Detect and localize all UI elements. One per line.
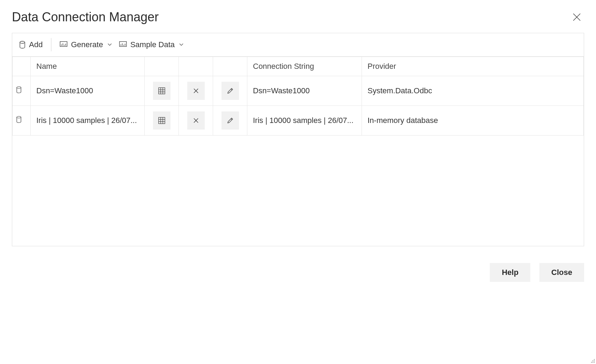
svg-rect-3	[60, 42, 67, 46]
toolbar-divider	[51, 38, 51, 51]
svg-point-22	[17, 116, 21, 118]
row-provider: System.Data.Odbc	[362, 76, 584, 106]
chevron-down-icon	[179, 43, 184, 46]
generate-dropdown[interactable]: Generate	[60, 40, 112, 49]
table-header-row: Name Connection String Provider	[13, 57, 584, 76]
col-header-action1	[145, 57, 179, 76]
content-panel: Add Generate	[12, 33, 584, 246]
svg-rect-23	[159, 117, 165, 124]
generate-label: Generate	[71, 40, 103, 49]
view-table-button[interactable]	[153, 111, 170, 130]
table-empty-area	[12, 136, 584, 246]
row-name: Iris | 10000 samples | 26/07...	[31, 106, 145, 136]
sample-data-label: Sample Data	[130, 40, 175, 49]
col-header-connection: Connection String	[247, 57, 362, 76]
dialog-title: Data Connection Manager	[12, 10, 159, 24]
svg-point-2	[20, 41, 25, 43]
database-icon	[16, 116, 22, 123]
row-connection-string: Iris | 10000 samples | 26/07...	[247, 106, 362, 136]
table-row[interactable]: Iris | 10000 samples | 26/07...	[13, 106, 584, 136]
add-button[interactable]: Add	[19, 40, 43, 49]
dialog-footer: Help Close	[0, 246, 596, 282]
svg-point-33	[594, 361, 595, 361]
row-icon-cell	[13, 76, 31, 106]
col-header-icon	[13, 57, 31, 76]
col-header-action2	[179, 57, 213, 76]
col-header-action3	[213, 57, 247, 76]
svg-point-32	[593, 361, 593, 361]
table-row[interactable]: Dsn=Waste1000	[13, 76, 584, 106]
help-button[interactable]: Help	[490, 263, 530, 282]
row-connection-string: Dsn=Waste1000	[247, 76, 362, 106]
svg-point-13	[17, 87, 21, 88]
chart-icon	[60, 41, 67, 48]
add-label: Add	[29, 40, 43, 49]
svg-line-30	[231, 119, 232, 120]
close-icon[interactable]	[569, 10, 584, 24]
pencil-icon	[227, 117, 234, 124]
row-name: Dsn=Waste1000	[31, 76, 145, 106]
grid-icon	[158, 87, 166, 95]
col-header-provider: Provider	[362, 57, 584, 76]
grid-icon	[158, 117, 166, 124]
database-icon	[19, 41, 26, 49]
svg-line-21	[231, 89, 232, 90]
sample-data-dropdown[interactable]: Sample Data	[119, 40, 184, 49]
svg-rect-8	[119, 42, 126, 46]
svg-point-31	[594, 359, 595, 360]
toolbar: Add Generate	[12, 33, 584, 57]
dialog-header: Data Connection Manager	[0, 0, 596, 33]
chart-icon	[119, 41, 127, 48]
row-icon-cell	[13, 106, 31, 136]
svg-point-34	[591, 362, 592, 363]
close-icon	[193, 88, 199, 94]
database-icon	[16, 86, 22, 93]
chevron-down-icon	[107, 43, 112, 46]
close-button[interactable]: Close	[539, 263, 584, 282]
resize-handle[interactable]	[589, 357, 595, 363]
col-header-name: Name	[31, 57, 145, 76]
pencil-icon	[227, 87, 234, 94]
delete-button[interactable]	[187, 111, 205, 130]
row-provider: In-memory database	[362, 106, 584, 136]
edit-button[interactable]	[221, 82, 239, 100]
view-table-button[interactable]	[153, 82, 170, 100]
close-icon	[193, 117, 199, 124]
svg-point-36	[594, 362, 595, 363]
svg-rect-14	[159, 88, 165, 94]
edit-button[interactable]	[221, 111, 239, 130]
connections-table: Name Connection String Provider	[12, 57, 584, 136]
svg-point-35	[593, 362, 593, 363]
delete-button[interactable]	[187, 82, 205, 100]
